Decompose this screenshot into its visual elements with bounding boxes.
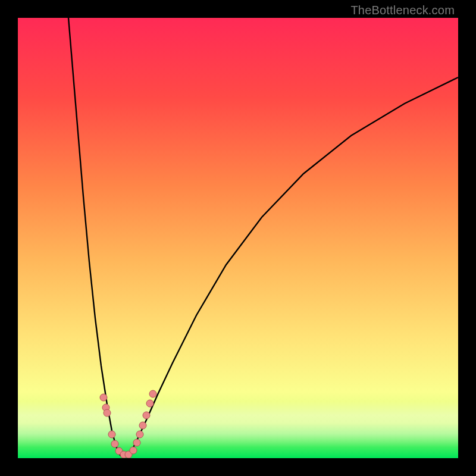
watermark-text: TheBottleneck.com — [350, 4, 455, 17]
plot-area — [18, 18, 458, 458]
chart-svg — [18, 18, 458, 458]
marker-dot — [100, 394, 107, 401]
marker-dot — [133, 439, 140, 446]
marker-dot — [136, 431, 143, 438]
marker-dot — [130, 447, 137, 454]
marker-dot — [146, 400, 154, 407]
marker-dot — [111, 440, 118, 447]
marker-dot — [104, 409, 111, 416]
right-curve — [127, 77, 458, 458]
marker-dot — [143, 412, 150, 419]
marker-dot — [139, 422, 146, 429]
outer-frame: TheBottleneck.com — [0, 0, 476, 476]
left-curve — [68, 18, 124, 458]
valley-markers — [100, 390, 156, 458]
marker-dot — [149, 390, 156, 397]
marker-dot — [108, 431, 115, 438]
